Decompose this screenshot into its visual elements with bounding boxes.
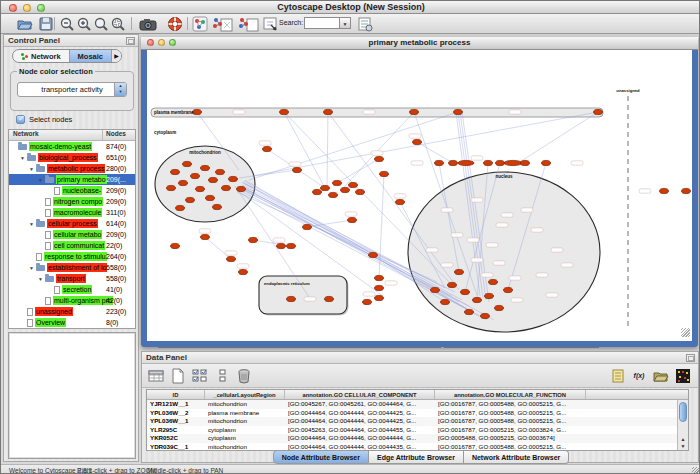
tab-network[interactable]: Network bbox=[13, 50, 69, 62]
search-input[interactable] bbox=[304, 17, 340, 29]
graph-node bbox=[249, 237, 258, 242]
node-label-chip bbox=[371, 151, 383, 155]
table-row[interactable]: YJR121W__1mitochondrion[GO:0045267, GO:0… bbox=[147, 400, 688, 409]
zoom-out-icon[interactable] bbox=[59, 16, 75, 32]
network-window-title-bar[interactable]: primary metabolic process bbox=[141, 37, 698, 50]
tree-row-node-count: 22(0) bbox=[106, 242, 122, 249]
tree-expand-arrow-icon[interactable]: ▼ bbox=[38, 276, 45, 282]
tree-row-overview[interactable]: Overview8(0) bbox=[9, 317, 135, 328]
tree-row-primary-metabo[interactable]: ▼primary metabo209(... bbox=[9, 174, 135, 185]
graph-node bbox=[435, 160, 444, 165]
toolbar-separator bbox=[187, 17, 188, 30]
attribute-checklist-icon[interactable] bbox=[192, 368, 208, 384]
tree-row-response-to-stimulu[interactable]: response to stimulu264(0) bbox=[9, 251, 135, 262]
tree-expand-arrow-icon[interactable]: ▼ bbox=[29, 221, 36, 227]
col-go-cellular-component[interactable]: annotation.GO CELLULAR_COMPONENT bbox=[285, 390, 435, 399]
tree-row-multi-organism-pro[interactable]: multi-organism pro42(0) bbox=[9, 295, 135, 306]
node-label-chip bbox=[511, 298, 523, 302]
magnifier-icon[interactable] bbox=[93, 16, 109, 32]
node-label-chip bbox=[273, 238, 285, 242]
tree-expand-arrow-icon[interactable]: ▼ bbox=[20, 155, 27, 161]
table-row[interactable]: YLR295Ccytoplasm[GO:0045263, GO:0044464,… bbox=[147, 426, 688, 435]
edge bbox=[252, 112, 598, 176]
heatmap-matrix-icon[interactable] bbox=[675, 368, 691, 384]
node-label-chip bbox=[496, 223, 508, 227]
graph-node bbox=[348, 217, 357, 222]
tab-edge-attribute-browser[interactable]: Edge Attribute Browser bbox=[369, 450, 464, 464]
app-resize-grip[interactable] bbox=[692, 467, 700, 474]
graph-node bbox=[375, 156, 384, 161]
search-dropdown-button[interactable]: ▼ bbox=[340, 17, 351, 29]
node-color-dropdown[interactable]: transporter activity ▲▼ bbox=[17, 82, 127, 97]
tab-node-attribute-browser[interactable]: Node Attribute Browser bbox=[273, 450, 369, 464]
tree-row-secretion[interactable]: secretion41(0) bbox=[9, 284, 135, 295]
document-arrow-icon[interactable] bbox=[262, 16, 278, 32]
col-cellular-layout-region[interactable]: _cellularLayoutRegion bbox=[205, 390, 285, 399]
tab-network-attribute-browser[interactable]: Network Attribute Browser bbox=[464, 450, 569, 464]
node-label-chip bbox=[531, 228, 543, 232]
col-id[interactable]: ID bbox=[147, 390, 205, 399]
network-canvas[interactable]: plasma membranecytoplasmmitochondrionnuc… bbox=[147, 50, 692, 338]
tree-expand-arrow-icon[interactable]: ▼ bbox=[38, 177, 45, 183]
table-row[interactable]: YKR052Ccytoplasm[GO:0044464, GO:0044446,… bbox=[147, 434, 688, 443]
float-panel-icon[interactable] bbox=[686, 354, 695, 362]
tab-overflow-arrow-icon[interactable]: ▶ bbox=[111, 50, 121, 62]
tree-row-mosaic-demo-yeast[interactable]: mosaic-demo-yeast874(0) bbox=[9, 141, 135, 152]
tree-row-metabolic-process[interactable]: ▼metabolic process280(0) bbox=[9, 163, 135, 174]
tree-col-nodes[interactable]: Nodes bbox=[103, 130, 135, 140]
table-row[interactable]: YPL036W__1mitochondrion[GO:0044464, GO:0… bbox=[147, 417, 688, 426]
tree-row-transport[interactable]: ▼transport558(0) bbox=[9, 273, 135, 284]
node-label-chip bbox=[237, 264, 249, 268]
table-vertical-scrollbar[interactable]: ▲ ▼ bbox=[677, 400, 688, 450]
scroll-down-arrow-icon[interactable]: ▼ bbox=[678, 443, 688, 449]
zoom-in-icon[interactable] bbox=[76, 16, 92, 32]
tree-expand-arrow-icon[interactable]: ▼ bbox=[29, 265, 36, 271]
function-fx-icon[interactable]: f(x) bbox=[631, 368, 647, 384]
graph-node bbox=[193, 109, 202, 114]
tree-row-unassigned[interactable]: unassigned223(0) bbox=[9, 306, 135, 317]
col-go-molecular-function[interactable]: annotation.GO MOLECULAR_FUNCTION bbox=[435, 390, 586, 399]
tab-mosaic[interactable]: Mosaic bbox=[69, 50, 111, 62]
tree-row-establishment-of-lo[interactable]: ▼establishment of lo558(0) bbox=[9, 262, 135, 273]
tree-row-cellular-process[interactable]: ▼cellular process614(0) bbox=[9, 218, 135, 229]
tree-row-macromolecule[interactable]: macromolecule311(0) bbox=[9, 207, 135, 218]
graph-node bbox=[496, 160, 505, 165]
zoom-selection-icon[interactable] bbox=[110, 16, 126, 32]
notepad-icon[interactable] bbox=[610, 368, 626, 384]
table-row[interactable]: YPL036W__2plasma membrane[GO:0044464, GO… bbox=[147, 409, 688, 418]
network-document-blue-icon[interactable] bbox=[212, 16, 234, 32]
colored-nodes-icon[interactable] bbox=[192, 16, 208, 32]
node-label-chip bbox=[471, 156, 483, 160]
attribute-list-icon[interactable] bbox=[216, 368, 232, 384]
tree-row-nucleobase-[interactable]: nucleobase-209(0) bbox=[9, 185, 135, 196]
float-panel-icon[interactable] bbox=[126, 37, 135, 45]
tree-row-nitrogen-compo[interactable]: nitrogen compo209(0) bbox=[9, 196, 135, 207]
file-icon bbox=[36, 253, 42, 261]
camera-icon[interactable] bbox=[139, 16, 157, 32]
tree-expand-arrow-icon[interactable]: ▼ bbox=[29, 166, 36, 172]
select-nodes-checkbox[interactable] bbox=[16, 115, 25, 124]
open-folder-icon[interactable] bbox=[17, 16, 33, 32]
open-folder-icon[interactable] bbox=[653, 368, 669, 384]
tree-row-cellular-metabo[interactable]: cellular metabo209(0) bbox=[9, 229, 135, 240]
tree-row-cell-communicat[interactable]: cell communicat22(0) bbox=[9, 240, 135, 251]
tree-row-biological-process[interactable]: ▼biological_process651(0) bbox=[9, 152, 135, 163]
table-grid-icon[interactable] bbox=[148, 368, 164, 384]
document-table-icon[interactable] bbox=[357, 16, 373, 32]
scroll-up-arrow-icon[interactable]: ▲ bbox=[678, 436, 688, 442]
trash-icon[interactable] bbox=[236, 368, 252, 384]
node-label-chip bbox=[385, 281, 397, 285]
edge bbox=[284, 112, 452, 285]
tree-row-node-count: 41(0) bbox=[106, 286, 122, 293]
tree-col-network[interactable]: Network bbox=[9, 130, 103, 140]
edge bbox=[327, 112, 328, 186]
save-floppy-icon[interactable] bbox=[38, 16, 54, 32]
network-document-red-icon[interactable] bbox=[238, 16, 260, 32]
window-resize-grip[interactable] bbox=[681, 328, 690, 337]
new-document-icon[interactable] bbox=[170, 368, 186, 384]
scrollbar-thumb[interactable] bbox=[679, 402, 687, 422]
table-cell: YPL036W__2 bbox=[147, 409, 205, 418]
tree-row-node-count: 558(0) bbox=[106, 275, 126, 282]
birds-eye-view-panel[interactable] bbox=[8, 332, 136, 459]
lifebuoy-icon[interactable] bbox=[167, 16, 183, 32]
